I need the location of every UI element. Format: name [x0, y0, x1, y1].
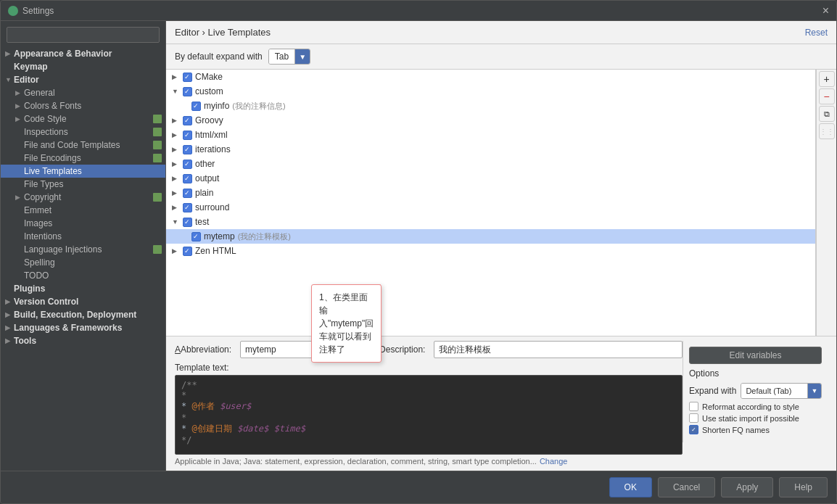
- sidebar-item-keymap[interactable]: Keymap: [1, 60, 165, 73]
- sidebar-item-label: File and Code Templates: [24, 140, 120, 150]
- search-input[interactable]: [7, 27, 160, 43]
- template-group-surround[interactable]: surround: [166, 200, 815, 215]
- remove-button[interactable]: −: [819, 88, 835, 104]
- arrow-icon: [5, 337, 14, 344]
- template-group-cmake[interactable]: CMake: [166, 70, 815, 84]
- tpl-checkbox-other[interactable]: [182, 159, 192, 169]
- badge: [152, 244, 162, 255]
- sidebar-item-todo[interactable]: TODO: [1, 269, 165, 282]
- expand-with-select[interactable]: Default (Tab) ▼: [741, 383, 822, 399]
- sidebar-item-inspections[interactable]: Inspections: [1, 125, 165, 139]
- ok-button[interactable]: OK: [609, 477, 652, 497]
- expand-select[interactable]: Tab ▼: [268, 49, 310, 65]
- sidebar-item-languages-frameworks[interactable]: Languages & Frameworks: [1, 321, 165, 334]
- help-button[interactable]: Help: [779, 477, 828, 497]
- move-button[interactable]: ⋮⋮: [819, 123, 835, 139]
- tpl-name: surround: [195, 202, 229, 212]
- app-icon: [8, 6, 18, 16]
- sidebar-item-language-injections[interactable]: Language Injections: [1, 243, 165, 256]
- arrow-icon: [15, 102, 24, 110]
- template-group-html-xml[interactable]: html/xml: [166, 128, 815, 142]
- template-text-label: Template text:: [175, 363, 683, 373]
- sidebar-item-file-types[interactable]: File Types: [1, 178, 165, 191]
- sidebar-item-general[interactable]: General: [1, 86, 165, 99]
- tpl-checkbox-mytemp[interactable]: [191, 231, 201, 241]
- options-title: Options: [689, 368, 822, 379]
- close-button[interactable]: ×: [822, 5, 829, 17]
- panel-header: Editor › Live Templates Reset: [166, 21, 836, 44]
- editor-bottom-area: AAbbreviation: Description: Template tex…: [175, 341, 828, 468]
- tpl-arrow-icon: [172, 146, 182, 153]
- applicable-row: Applicable in Java; Java: statement, exp…: [175, 455, 683, 468]
- expand-with-label: Expand with: [689, 386, 736, 396]
- sidebar-item-file-code-templates[interactable]: File and Code Templates: [1, 139, 165, 152]
- cancel-button[interactable]: Cancel: [658, 477, 715, 497]
- description-input[interactable]: [434, 341, 683, 358]
- sidebar-item-live-templates[interactable]: Live Templates: [1, 165, 165, 178]
- template-group-zen-html[interactable]: Zen HTML: [166, 244, 815, 258]
- tpl-checkbox-html-xml[interactable]: [182, 130, 192, 140]
- template-item-mytemp[interactable]: mytemp (我的注释模板): [166, 229, 815, 244]
- tpl-checkbox-iterations[interactable]: [182, 144, 192, 154]
- sidebar-item-appearance[interactable]: Appearance & Behavior: [1, 47, 165, 60]
- sidebar-item-emmet[interactable]: Emmet: [1, 204, 165, 217]
- sidebar-item-colors-fonts[interactable]: Colors & Fonts: [1, 99, 165, 112]
- template-group-other[interactable]: other: [166, 157, 815, 171]
- sidebar-item-build-execution[interactable]: Build, Execution, Deployment: [1, 308, 165, 321]
- tpl-checkbox-custom[interactable]: [182, 86, 192, 96]
- shorten-fq-label: Shorten FQ names: [702, 426, 770, 434]
- template-group-plain[interactable]: plain: [166, 186, 815, 200]
- abbreviation-label: AAbbreviation:: [175, 344, 231, 355]
- tpl-arrow-icon: [172, 175, 182, 182]
- sidebar-item-spelling[interactable]: Spelling: [1, 256, 165, 269]
- template-group-iterations[interactable]: iterations: [166, 142, 815, 157]
- tpl-checkbox-zen-html[interactable]: [182, 246, 192, 256]
- copy-button[interactable]: ⧉: [819, 106, 835, 122]
- sidebar-item-code-style[interactable]: Code Style: [1, 112, 165, 125]
- sidebar-item-file-encodings[interactable]: File Encodings: [1, 152, 165, 165]
- arrow-icon: [5, 76, 14, 83]
- tooltip-box: 1、在类里面输入"mytemp"回车就可以看到注释了: [311, 284, 382, 363]
- tpl-arrow-icon: [172, 247, 182, 255]
- expand-select-value: Tab: [269, 49, 295, 64]
- tpl-name: iterations: [195, 144, 231, 154]
- tpl-checkbox-cmake[interactable]: [182, 72, 192, 82]
- add-button[interactable]: +: [819, 71, 835, 87]
- apply-button[interactable]: Apply: [721, 477, 773, 497]
- sidebar-item-intentions[interactable]: Intentions: [1, 230, 165, 243]
- static-import-checkbox[interactable]: [689, 413, 698, 423]
- sidebar-item-label: Intentions: [24, 231, 62, 241]
- tpl-checkbox-groovy[interactable]: [182, 115, 192, 125]
- template-item-myinfo[interactable]: myinfo (我的注释信息): [166, 99, 815, 113]
- expand-with-arrow-icon[interactable]: ▼: [808, 384, 821, 398]
- window-title: Settings: [22, 6, 54, 16]
- tpl-checkbox-plain[interactable]: [182, 188, 192, 198]
- sidebar-item-plugins[interactable]: Plugins: [1, 282, 165, 295]
- sidebar-item-editor[interactable]: Editor: [1, 73, 165, 86]
- expand-select-arrow-icon[interactable]: ▼: [295, 49, 310, 64]
- checkbox-shorten-fq: Shorten FQ names: [689, 425, 822, 434]
- applicable-change-link[interactable]: Change: [540, 457, 568, 466]
- tpl-checkbox-output[interactable]: [182, 173, 192, 183]
- tpl-checkbox-test[interactable]: [182, 217, 192, 227]
- template-group-test[interactable]: test: [166, 215, 815, 229]
- reformat-checkbox[interactable]: [689, 402, 698, 411]
- sidebar-item-copyright[interactable]: Copyright: [1, 191, 165, 204]
- edit-variables-button[interactable]: Edit variables: [689, 347, 822, 364]
- template-editor[interactable]: /** * * @作者 $user$ * * @创建日期 $date$ $tim…: [175, 375, 683, 455]
- template-group-groovy[interactable]: Groovy: [166, 113, 815, 128]
- template-group-custom[interactable]: custom: [166, 84, 815, 99]
- arrow-icon: [15, 194, 24, 201]
- tooltip-text: 1、在类里面输入"mytemp"回车就可以看到注释了: [319, 292, 374, 355]
- template-group-output[interactable]: output: [166, 171, 815, 186]
- tpl-checkbox-surround[interactable]: [182, 202, 192, 212]
- tpl-checkbox-myinfo[interactable]: [191, 101, 201, 111]
- sidebar-item-version-control[interactable]: Version Control: [1, 295, 165, 308]
- shorten-fq-checkbox[interactable]: [689, 425, 698, 434]
- sidebar-item-label: Appearance & Behavior: [14, 49, 112, 59]
- tpl-name: Groovy: [195, 115, 223, 125]
- reset-link[interactable]: Reset: [805, 28, 828, 38]
- expand-with-row: Expand with Default (Tab) ▼: [689, 383, 822, 399]
- sidebar-item-images[interactable]: Images: [1, 217, 165, 230]
- sidebar-item-tools[interactable]: Tools: [1, 334, 165, 347]
